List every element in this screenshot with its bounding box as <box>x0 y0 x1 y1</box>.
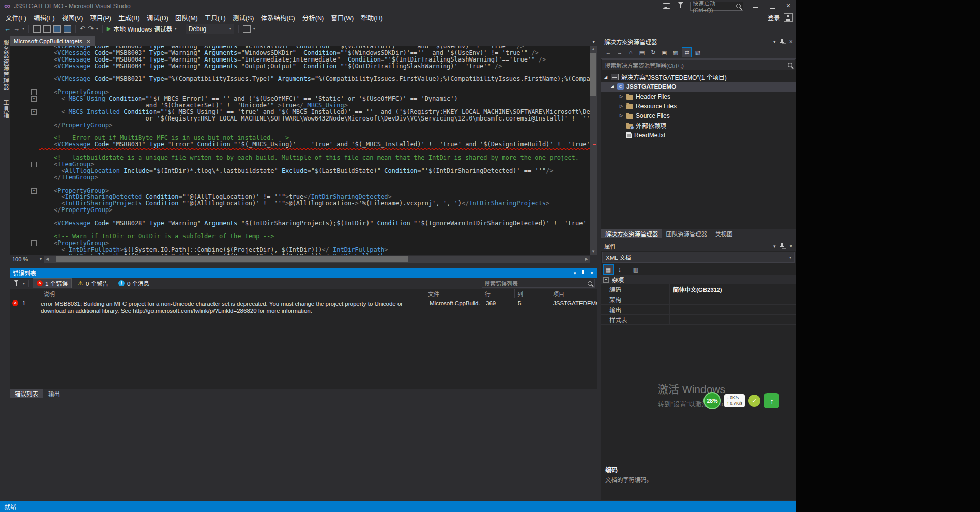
fold-toggle-icon[interactable]: - <box>31 240 37 246</box>
scroll-up-icon[interactable]: ▲ <box>590 46 597 52</box>
property-pages-icon[interactable]: ▥ <box>631 264 641 275</box>
configuration-dropdown[interactable]: Debug ▾ <box>186 24 234 34</box>
close-icon[interactable]: ✕ <box>86 39 90 44</box>
menu-item[interactable]: 视图(V) <box>58 11 87 24</box>
properties-object-dropdown[interactable]: XML 文档 ▾ <box>602 252 795 263</box>
errors-filter-button[interactable]: ✕ 1 个错误 <box>33 278 72 288</box>
forward-icon[interactable]: → <box>615 47 625 57</box>
network-speed-badge[interactable]: ↓0K/s ↑0.7K/s <box>724 394 745 407</box>
close-icon[interactable]: ✕ <box>789 39 793 44</box>
fold-toggle-icon[interactable]: - <box>31 89 37 95</box>
undo-icon[interactable]: ↶ <box>80 25 85 32</box>
back-icon[interactable]: ← <box>603 47 614 57</box>
notifications-funnel-icon[interactable] <box>676 2 685 11</box>
menu-item[interactable]: 调试(D) <box>143 11 172 24</box>
expander-icon[interactable]: ◢ <box>603 75 608 79</box>
sign-in-link[interactable]: 登录 <box>768 13 780 22</box>
window-position-dropdown-icon[interactable]: ▾ <box>773 39 776 44</box>
panel-tab-output[interactable]: 输出 <box>43 389 65 398</box>
tree-item[interactable]: ▷Header Files <box>601 92 796 101</box>
panel-tab-class-view[interactable]: 类视图 <box>711 229 737 238</box>
property-row[interactable]: 编码简体中文(GB2312) <box>601 284 796 294</box>
user-avatar-icon[interactable] <box>784 13 793 22</box>
warnings-filter-button[interactable]: ⚠ 0 个警告 <box>74 278 112 288</box>
solution-explorer-title-bar[interactable]: 解决方案资源管理器 ▾ ✕ <box>601 37 796 46</box>
home-icon[interactable]: ⌂ <box>626 47 636 57</box>
progress-badge[interactable]: 28% <box>703 392 721 409</box>
error-row[interactable]: ✕1error MSB8031: Building an MFC project… <box>10 298 597 314</box>
pin-icon[interactable] <box>780 39 784 44</box>
tree-item[interactable]: ReadMe.txt <box>601 130 796 140</box>
feedback-icon[interactable] <box>662 2 671 11</box>
scroll-down-icon[interactable]: ▼ <box>590 249 597 255</box>
navigate-forward-icon[interactable]: → <box>13 25 20 32</box>
start-debug-icon[interactable]: ▶ <box>107 25 111 32</box>
column-header[interactable]: 行 <box>482 289 515 298</box>
panel-tab-error-list[interactable]: 错误列表 <box>10 389 43 398</box>
menu-item[interactable]: 项目(P) <box>86 11 115 24</box>
navigation-dropdown-icon[interactable]: ▾ <box>22 26 24 31</box>
tree-item-solution[interactable]: ◢解决方案"JSSTGATEDEMO"(1 个项目) <box>601 72 796 82</box>
column-header[interactable]: 说明 <box>41 289 425 298</box>
tree-item[interactable]: ▷Resource Files <box>601 101 796 111</box>
pin-icon[interactable] <box>780 243 784 249</box>
navigate-back-icon[interactable]: ← <box>4 25 11 32</box>
column-header[interactable]: 项目 <box>550 289 597 298</box>
expander-icon[interactable]: ◢ <box>609 84 615 89</box>
menu-item[interactable]: 文件(F) <box>2 11 30 24</box>
expander-icon[interactable]: ▷ <box>619 104 624 108</box>
save-icon[interactable] <box>53 25 61 33</box>
fold-toggle-icon[interactable]: - <box>31 162 37 167</box>
redo-icon[interactable]: ↷ <box>88 25 94 32</box>
collapse-all-icon[interactable]: ▣ <box>659 47 669 57</box>
panel-tab-solution-explorer[interactable]: 解决方案资源管理器 <box>601 229 662 238</box>
property-row[interactable]: 输出 <box>601 305 796 315</box>
menu-item[interactable]: 窗口(W) <box>327 11 357 24</box>
find-icon[interactable] <box>243 25 251 33</box>
error-list-search-input[interactable]: 搜索错误列表 <box>482 279 595 288</box>
categorized-view-icon[interactable]: ▦ <box>603 264 614 275</box>
widget-check-button[interactable]: ✓ <box>748 395 760 407</box>
menu-item[interactable]: 团队(M) <box>172 11 201 24</box>
expander-icon[interactable]: ▷ <box>619 94 624 99</box>
zoom-select[interactable]: 100 % ▾ <box>10 255 44 263</box>
menu-item[interactable]: 体系结构(C) <box>257 11 298 24</box>
tree-item[interactable]: 外部依赖项 <box>601 121 796 130</box>
scroll-right-icon[interactable]: ▶ <box>584 257 590 261</box>
code-editor[interactable]: <VCMessage Code="MSB8003" Type="Warning"… <box>10 46 597 255</box>
column-header[interactable]: 文件 <box>425 289 482 298</box>
property-row[interactable]: 样式表 <box>601 315 796 325</box>
fold-toggle-icon[interactable]: - <box>31 109 37 115</box>
chevron-down-icon[interactable]: ▾ <box>23 281 25 286</box>
minimize-button[interactable] <box>750 1 761 11</box>
property-category-row[interactable]: - 杂项 <box>601 275 796 284</box>
save-all-icon[interactable] <box>64 25 71 33</box>
window-position-dropdown-icon[interactable]: ▾ <box>574 270 576 276</box>
alphabetical-view-icon[interactable]: ↕ <box>615 264 625 275</box>
filter-icon[interactable] <box>12 279 21 288</box>
fold-toggle-icon[interactable]: - <box>31 96 37 102</box>
collapse-icon[interactable]: - <box>603 277 609 283</box>
properties-title-bar[interactable]: 属性 ▾ ✕ <box>601 241 796 251</box>
window-position-dropdown-icon[interactable]: ▾ <box>773 244 776 249</box>
tree-item-project[interactable]: ◢CJSSTGATEDEMO <box>601 82 796 92</box>
menu-item[interactable]: 工具(T) <box>201 11 229 24</box>
close-icon[interactable]: ✕ <box>590 270 594 276</box>
toolbar-overflow-icon[interactable]: ▾ <box>253 26 255 31</box>
maximize-button[interactable] <box>767 1 778 11</box>
panel-tab-team-explorer[interactable]: 团队资源管理器 <box>662 229 712 238</box>
menu-item[interactable]: 编辑(E) <box>30 11 58 24</box>
undo-dropdown-icon[interactable]: ▾ <box>96 26 98 31</box>
fold-toggle-icon[interactable]: - <box>31 188 37 194</box>
column-header[interactable]: 列 <box>515 289 550 298</box>
debug-target-dropdown-icon[interactable]: ▾ <box>175 26 177 31</box>
tab-microsoft-cppbuild-targets[interactable]: Microsoft.CppBuild.targets ✕ <box>10 36 95 46</box>
pin-icon[interactable] <box>580 270 585 276</box>
property-row[interactable]: 架构 <box>601 294 796 305</box>
active-files-dropdown-icon[interactable]: ▾ <box>592 39 595 44</box>
scrollbar-thumb[interactable] <box>590 53 596 96</box>
scroll-left-icon[interactable]: ◀ <box>44 257 50 261</box>
show-all-files-icon[interactable]: ▤ <box>637 47 647 57</box>
close-icon[interactable]: ✕ <box>789 244 793 249</box>
menu-item[interactable]: 生成(B) <box>115 11 143 24</box>
